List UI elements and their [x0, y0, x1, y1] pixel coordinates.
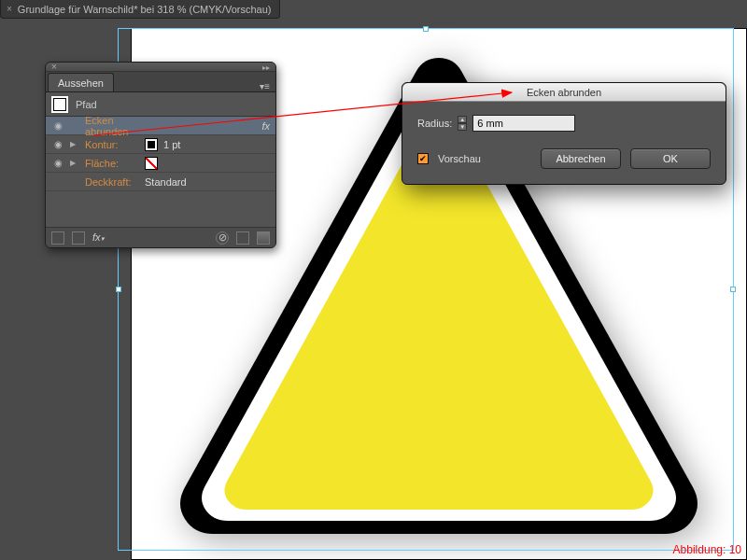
- close-tab-icon[interactable]: ×: [7, 0, 12, 19]
- disclosure-icon[interactable]: ▶: [70, 159, 79, 167]
- cancel-button[interactable]: Abbrechen: [541, 148, 621, 169]
- dialog-title[interactable]: Ecken abrunden: [402, 83, 726, 102]
- appearance-row-fill[interactable]: ◉ ▶ Fläche:: [46, 154, 275, 173]
- visibility-toggle-icon[interactable]: ◉: [51, 158, 64, 168]
- appearance-tab[interactable]: Aussehen: [48, 73, 114, 91]
- add-effect-icon[interactable]: fx▾: [92, 231, 105, 245]
- fx-indicator-icon: fx: [261, 120, 270, 132]
- panel-drag-bar[interactable]: × ▸▸: [46, 63, 275, 72]
- delete-item-icon[interactable]: [257, 231, 270, 245]
- panel-flyout-menu-icon[interactable]: ▾≡: [260, 81, 270, 91]
- radius-input[interactable]: [472, 115, 575, 132]
- dialog-body: Radius: ▲ ▼ ✔ Vorschau Abbrechen OK: [402, 102, 726, 184]
- stroke-label: Kontur:: [85, 139, 139, 150]
- figure-caption: Abbildung: 10: [673, 543, 741, 556]
- visibility-toggle-icon[interactable]: ◉: [51, 139, 64, 149]
- stroke-swatch[interactable]: [145, 138, 158, 151]
- opacity-value[interactable]: Standard: [145, 176, 187, 188]
- disclosure-icon[interactable]: ▶: [70, 140, 79, 148]
- appearance-row-round-corners[interactable]: ◉ Ecken abrunden fx: [46, 117, 275, 135]
- appearance-panel-body: Pfad ◉ Ecken abrunden fx ◉ ▶ Kontur: 1 p…: [46, 92, 275, 227]
- new-art-basic-icon[interactable]: [51, 231, 64, 245]
- fill-swatch-none[interactable]: [145, 157, 158, 170]
- stroke-weight[interactable]: 1 pt: [163, 139, 180, 150]
- panel-collapse-icon[interactable]: ▸▸: [262, 63, 270, 72]
- panel-empty-area: [46, 191, 275, 227]
- preview-checkbox[interactable]: ✔: [417, 153, 429, 164]
- appearance-row-opacity[interactable]: Deckkraft: Standard: [46, 173, 275, 191]
- stepper-up-icon[interactable]: ▲: [458, 116, 467, 123]
- clear-appearance-icon[interactable]: ⊘: [216, 231, 229, 245]
- round-corners-dialog[interactable]: Ecken abrunden Radius: ▲ ▼ ✔ Vorschau Ab…: [402, 82, 726, 185]
- new-art-maintain-icon[interactable]: [72, 231, 85, 245]
- dialog-button-row: ✔ Vorschau Abbrechen OK: [417, 148, 711, 169]
- ok-button[interactable]: OK: [630, 148, 711, 169]
- appearance-panel[interactable]: × ▸▸ Aussehen ▾≡ Pfad ◉ Ecken abrunden f…: [45, 62, 276, 248]
- appearance-target-row[interactable]: Pfad: [46, 92, 275, 117]
- panel-close-icon[interactable]: ×: [51, 62, 57, 72]
- radius-stepper[interactable]: ▲ ▼: [458, 116, 467, 131]
- effect-name: Ecken abrunden: [85, 115, 139, 137]
- radius-label: Radius:: [417, 118, 452, 129]
- selection-handle-left[interactable]: [116, 287, 121, 292]
- radius-field-row: Radius: ▲ ▼: [417, 115, 711, 132]
- document-tab-label: Grundlage für Warnschild* bei 318 % (CMY…: [18, 0, 272, 19]
- target-type-label: Pfad: [76, 99, 270, 110]
- preview-label[interactable]: Vorschau: [438, 153, 481, 164]
- fill-label: Fläche:: [85, 158, 139, 169]
- appearance-row-stroke[interactable]: ◉ ▶ Kontur: 1 pt: [46, 135, 275, 154]
- opacity-label: Deckkraft:: [85, 176, 139, 188]
- appearance-panel-footer: fx▾ ⊘: [46, 227, 275, 247]
- visibility-toggle-icon[interactable]: ◉: [51, 120, 64, 131]
- panel-tabs: Aussehen ▾≡: [46, 72, 275, 92]
- duplicate-item-icon[interactable]: [236, 231, 249, 245]
- stepper-down-icon[interactable]: ▼: [458, 123, 467, 131]
- document-tab[interactable]: × Grundlage für Warnschild* bei 318 % (C…: [0, 0, 280, 19]
- target-thumbnail-icon: [51, 96, 68, 113]
